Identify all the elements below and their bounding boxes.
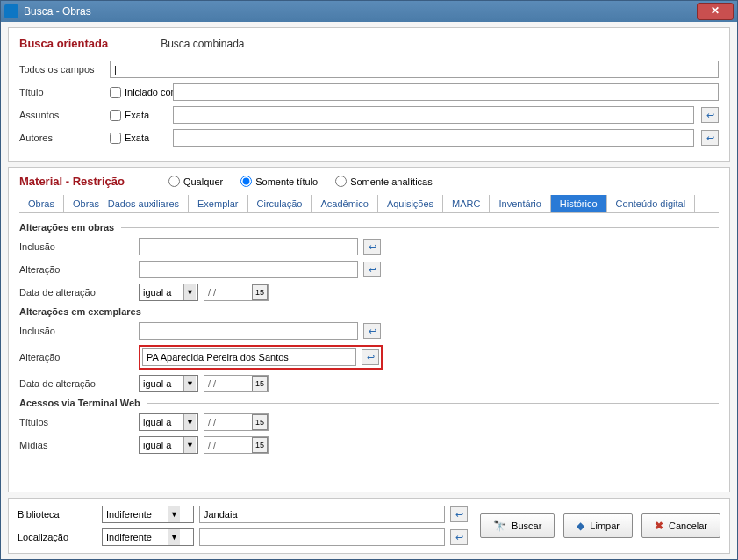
tab-conteudo[interactable]: Conteúdo digital (607, 195, 696, 212)
todos-input[interactable] (110, 61, 719, 78)
search-combined-link[interactable]: Busca combinada (161, 38, 244, 50)
data-alt-obras-label: Data de alteração (19, 287, 133, 298)
alteracao-obras-lookup-icon[interactable]: ↩ (363, 262, 381, 277)
biblioteca-input[interactable] (199, 506, 445, 523)
chevron-down-icon[interactable]: ▼ (168, 506, 180, 522)
radio-qualquer[interactable] (168, 176, 180, 187)
inclusao-obras-input[interactable] (139, 238, 358, 255)
localizacao-input[interactable] (199, 528, 445, 546)
exata-autores-label: Exata (125, 133, 149, 143)
data-alt-ex-combo[interactable]: igual a▼ (139, 375, 198, 392)
search-panel: Busca orientada Busca combinada Todos os… (8, 27, 730, 162)
assuntos-input[interactable] (173, 106, 694, 124)
biblioteca-label: Biblioteca (18, 509, 97, 520)
window-title: Busca - Obras (24, 5, 697, 18)
binoculars-icon: 🔭 (493, 520, 506, 532)
autores-lookup-icon[interactable]: ↩ (701, 130, 719, 146)
localizacao-combo[interactable]: Indiferente▼ (102, 528, 194, 546)
radio-qualquer-label: Qualquer (183, 176, 223, 187)
chevron-down-icon[interactable]: ▼ (183, 376, 196, 391)
alteracao-obras-input[interactable] (139, 261, 358, 278)
tab-academico[interactable]: Acadêmico (312, 195, 377, 212)
inclusao-ex-input[interactable] (139, 322, 358, 340)
chevron-down-icon[interactable]: ▼ (183, 284, 196, 300)
cancelar-button[interactable]: ✖Cancelar (641, 513, 720, 538)
radio-somente-analiticas-label: Somente analíticas (350, 176, 433, 187)
close-icon: ✖ (655, 520, 663, 532)
alteracao-obras-label: Alteração (19, 264, 133, 275)
tab-obras[interactable]: Obras (19, 195, 64, 212)
localizacao-label: Localização (18, 532, 97, 542)
material-panel: Material - Restrição Qualquer Somente tí… (8, 167, 730, 492)
titulos-combo[interactable]: igual a▼ (139, 413, 198, 431)
material-heading: Material - Restrição (19, 175, 125, 188)
group-acessos-web: Acessos via Terminal Web (19, 398, 719, 408)
app-window: Busca - Obras ✕ Busca orientada Busca co… (0, 0, 738, 560)
titulo-input[interactable] (173, 83, 719, 101)
midias-combo[interactable]: igual a▼ (139, 436, 198, 454)
midias-date[interactable]: / /15 (204, 436, 269, 454)
app-icon (4, 4, 18, 18)
group-alt-exemplares: Alterações em exemplares (19, 306, 719, 317)
calendar-icon[interactable]: 15 (252, 414, 268, 430)
inclusao-obras-label: Inclusão (19, 241, 133, 252)
titulos-label: Títulos (19, 417, 133, 427)
titulo-label: Título (19, 87, 103, 97)
localizacao-lookup-icon[interactable]: ↩ (450, 529, 468, 545)
tab-inventario[interactable]: Inventário (490, 195, 550, 212)
group-alt-obras: Alterações em obras (19, 222, 719, 233)
exata-autores-checkbox[interactable] (110, 133, 121, 144)
biblioteca-lookup-icon[interactable]: ↩ (450, 506, 468, 522)
calendar-icon[interactable]: 15 (252, 376, 268, 391)
data-alt-ex-label: Data de alteração (19, 378, 133, 389)
inclusao-obras-lookup-icon[interactable]: ↩ (363, 239, 381, 255)
data-alt-obras-combo[interactable]: igual a▼ (139, 284, 198, 301)
chevron-down-icon[interactable]: ▼ (183, 414, 196, 430)
autores-input[interactable] (173, 129, 694, 147)
radio-somente-titulo-label: Somente título (255, 176, 318, 187)
calendar-icon[interactable]: 15 (252, 437, 268, 453)
search-heading: Busca orientada (19, 37, 108, 50)
exata-assuntos-checkbox[interactable] (110, 110, 121, 121)
titulos-date[interactable]: / /15 (204, 413, 269, 431)
alteracao-ex-lookup-icon[interactable]: ↩ (362, 349, 379, 365)
data-alt-ex-date[interactable]: / /15 (204, 375, 269, 392)
content-area: Busca orientada Busca combinada Todos os… (1, 22, 737, 559)
exata-assuntos-label: Exata (125, 110, 149, 120)
radio-somente-analiticas[interactable] (335, 176, 347, 187)
calendar-icon[interactable]: 15 (252, 284, 268, 300)
tab-dados-aux[interactable]: Obras - Dados auxiliares (64, 195, 189, 212)
data-alt-obras-date[interactable]: / /15 (204, 284, 269, 301)
highlighted-field: ↩ (139, 345, 383, 370)
close-button[interactable]: ✕ (697, 3, 734, 20)
radio-somente-titulo[interactable] (240, 176, 252, 187)
inclusao-ex-label: Inclusão (19, 326, 133, 336)
iniciado-checkbox[interactable] (110, 87, 121, 98)
todos-label: Todos os campos (19, 64, 103, 75)
assuntos-label: Assuntos (19, 110, 103, 120)
bottom-bar: Biblioteca Indiferente▼ ↩ Localização In… (8, 498, 730, 554)
iniciado-label: Iniciado com (125, 87, 179, 97)
autores-label: Autores (19, 133, 103, 143)
tab-marc[interactable]: MARC (443, 195, 490, 212)
inclusao-ex-lookup-icon[interactable]: ↩ (363, 323, 381, 339)
midias-label: Mídias (19, 440, 133, 450)
tab-historico[interactable]: Histórico (551, 195, 607, 212)
tab-aquisicoes[interactable]: Aquisições (378, 195, 443, 212)
chevron-down-icon[interactable]: ▼ (183, 437, 196, 453)
tabs-bar: Obras Obras - Dados auxiliares Exemplar … (19, 195, 719, 213)
eraser-icon: ◆ (577, 520, 584, 532)
tab-circulacao[interactable]: Circulação (248, 195, 312, 212)
titlebar: Busca - Obras ✕ (1, 1, 737, 22)
alteracao-ex-label: Alteração (19, 352, 133, 363)
assuntos-lookup-icon[interactable]: ↩ (701, 107, 719, 123)
alteracao-ex-input[interactable] (142, 348, 356, 366)
buscar-button[interactable]: 🔭Buscar (480, 513, 555, 538)
limpar-button[interactable]: ◆Limpar (563, 513, 633, 538)
biblioteca-combo[interactable]: Indiferente▼ (102, 506, 194, 523)
tab-exemplar[interactable]: Exemplar (189, 195, 247, 212)
chevron-down-icon[interactable]: ▼ (168, 529, 180, 545)
